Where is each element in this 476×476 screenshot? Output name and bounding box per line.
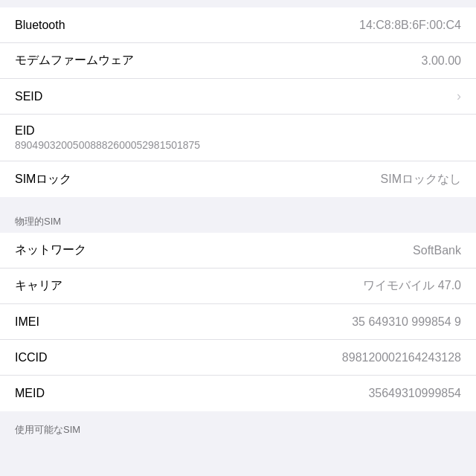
sim-lock-row: SIMロック SIMロックなし xyxy=(0,161,476,197)
modem-firmware-row: モデムファームウェア 3.00.00 xyxy=(0,43,476,79)
imei-label: IMEI xyxy=(15,315,39,329)
carrier-row: キャリア ワイモバイル 47.0 xyxy=(0,268,476,304)
chevron-icon: › xyxy=(457,89,461,104)
bluetooth-label: Bluetooth xyxy=(15,19,65,32)
iccid-value: 898120002164243128 xyxy=(342,351,461,364)
modem-firmware-value: 3.00.00 xyxy=(422,54,461,68)
meid-value: 35649310999854 xyxy=(368,387,461,400)
eid-label: EID xyxy=(15,124,35,138)
network-row: ネットワーク SoftBank xyxy=(0,233,476,268)
network-value: SoftBank xyxy=(413,244,461,257)
sim-lock-value: SIMロックなし xyxy=(381,172,461,187)
seid-label: SEID xyxy=(15,90,42,103)
physical-sim-section-label: 物理的SIM xyxy=(0,203,476,233)
meid-label: MEID xyxy=(15,387,45,400)
network-label: ネットワーク xyxy=(15,242,86,258)
imei-row: IMEI 35 649310 999854 9 xyxy=(0,304,476,340)
sim-lock-label: SIMロック xyxy=(15,172,71,187)
eid-row: EID 89049032005008882600052981501875 xyxy=(0,115,476,161)
bluetooth-row: Bluetooth 14:C8:8B:6F:00:C4 xyxy=(0,7,476,43)
usable-sim-section-label: 使用可能なSIM xyxy=(0,417,476,441)
carrier-label: キャリア xyxy=(15,278,62,294)
iccid-row: ICCID 898120002164243128 xyxy=(0,340,476,376)
physical-sim-section: ネットワーク SoftBank キャリア ワイモバイル 47.0 IMEI 35… xyxy=(0,233,476,411)
imei-value: 35 649310 999854 9 xyxy=(352,315,461,329)
iccid-label: ICCID xyxy=(15,351,48,364)
device-info-section: Bluetooth 14:C8:8B:6F:00:C4 モデムファームウェア 3… xyxy=(0,7,476,197)
carrier-value: ワイモバイル 47.0 xyxy=(363,278,461,294)
top-spacer xyxy=(0,0,476,7)
settings-page: Bluetooth 14:C8:8B:6F:00:C4 モデムファームウェア 3… xyxy=(0,0,476,476)
modem-firmware-label: モデムファームウェア xyxy=(15,53,134,68)
eid-value: 89049032005008882600052981501875 xyxy=(15,139,200,151)
seid-row[interactable]: SEID › xyxy=(0,79,476,115)
bluetooth-value: 14:C8:8B:6F:00:C4 xyxy=(359,19,461,32)
meid-row: MEID 35649310999854 xyxy=(0,376,476,411)
